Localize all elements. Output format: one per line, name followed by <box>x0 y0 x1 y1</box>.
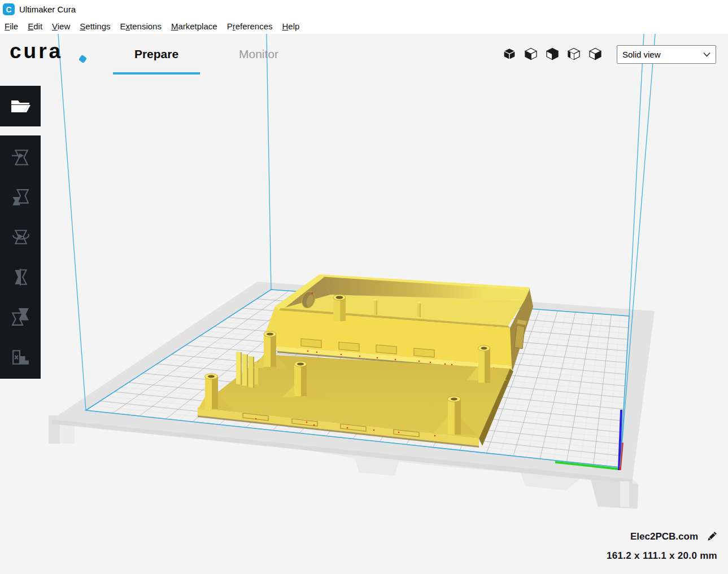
tool-panel <box>0 135 41 379</box>
open-folder-icon <box>9 97 32 115</box>
move-tool-button[interactable] <box>9 146 32 169</box>
mirror-icon <box>11 268 29 286</box>
chevron-down-icon <box>703 52 710 57</box>
menu-marketplace[interactable]: Marketplace <box>167 20 223 33</box>
view-top-icon[interactable] <box>546 47 559 61</box>
menu-file[interactable]: File <box>0 20 23 33</box>
scale-tool-button[interactable] <box>9 186 32 209</box>
menu-help[interactable]: Help <box>278 20 305 33</box>
menu-settings[interactable]: Settings <box>75 20 115 33</box>
move-icon <box>11 148 29 166</box>
menu-edit[interactable]: Edit <box>23 20 47 33</box>
view-mode-value: Solid view <box>622 50 703 59</box>
tab-prepare[interactable]: Prepare <box>113 47 200 61</box>
menu-extensions[interactable]: Extensions <box>116 20 167 33</box>
menu-preferences[interactable]: Preferences <box>223 20 278 33</box>
rotate-tool-button[interactable] <box>9 226 32 248</box>
view-left-icon[interactable] <box>567 47 581 61</box>
view-front-icon[interactable] <box>524 47 538 61</box>
view-right-icon[interactable] <box>588 47 602 61</box>
model-info: Elec2PCB.com 161.2 x 111.1 x 20.0 mm <box>607 531 717 562</box>
viewport-3d[interactable] <box>0 34 728 574</box>
rename-pencil-icon[interactable] <box>706 531 717 542</box>
model-name: Elec2PCB.com <box>630 531 698 542</box>
open-file-button[interactable] <box>0 86 41 126</box>
menu-bar: File Edit View Settings Extensions Marke… <box>0 19 728 34</box>
view-mode-dropdown[interactable]: Solid view <box>617 45 716 64</box>
tab-prepare-underline <box>113 72 200 75</box>
rotate-icon <box>11 228 29 246</box>
cura-app-icon: C <box>3 3 15 15</box>
mirror-tool-button[interactable] <box>9 266 32 288</box>
camera-view-buttons <box>503 47 602 61</box>
per-model-settings-button[interactable] <box>9 305 32 328</box>
scale-icon <box>11 189 29 207</box>
menu-view[interactable]: View <box>47 20 75 33</box>
view-3d-icon[interactable] <box>503 47 516 61</box>
support-blocker-button[interactable] <box>9 345 32 368</box>
model-dimensions: 161.2 x 111.1 x 20.0 mm <box>607 550 717 562</box>
cura-window: C Ultimaker Cura File Edit View Settings… <box>0 0 728 574</box>
window-title: Ultimaker Cura <box>19 5 76 14</box>
title-bar: C Ultimaker Cura <box>0 0 728 19</box>
tab-monitor[interactable]: Monitor <box>225 47 293 61</box>
per-model-settings-icon <box>11 308 29 326</box>
cura-logo: cura <box>10 40 63 63</box>
screw-post <box>333 295 346 321</box>
support-blocker-icon <box>11 348 29 366</box>
